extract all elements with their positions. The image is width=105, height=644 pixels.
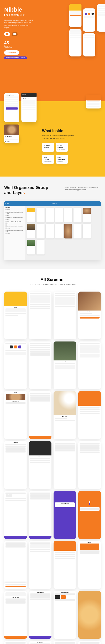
figma-icon bbox=[13, 33, 16, 36]
mockup-delivery: Delivery Address bbox=[4, 93, 19, 122]
layer-icon bbox=[5, 230, 7, 232]
layer-icon bbox=[5, 219, 7, 220]
canvas-artboard[interactable] bbox=[46, 224, 54, 238]
screen-preview[interactable] bbox=[78, 641, 101, 644]
screen-preview[interactable]: FeaturedWhole Pizza Pies bbox=[4, 391, 27, 439]
hero-mockups bbox=[69, 4, 105, 56]
window-dot-icon bbox=[5, 203, 6, 204]
canvas-artboard[interactable] bbox=[27, 208, 35, 222]
screen-preview[interactable] bbox=[4, 491, 27, 539]
layer-icon bbox=[5, 228, 7, 229]
screen-preview[interactable] bbox=[78, 441, 101, 489]
screen-preview[interactable] bbox=[78, 491, 101, 539]
layer-item[interactable]: time bbox=[5, 223, 24, 225]
canvas-artboard[interactable] bbox=[37, 240, 45, 254]
feature-card: 45 Mobile Screens bbox=[42, 143, 54, 152]
sketch-canvas[interactable] bbox=[25, 206, 101, 260]
canvas-artboard[interactable] bbox=[27, 224, 35, 238]
layer-item[interactable]: iPhone X/Home Bars/Dark Home B bbox=[5, 229, 24, 232]
figma-button[interactable] bbox=[12, 32, 18, 36]
screen-preview[interactable]: My Cards bbox=[78, 541, 101, 589]
screen-preview[interactable]: Extra Burger bbox=[78, 292, 101, 340]
organized-title: Well Organized Group and Layer. bbox=[4, 185, 50, 195]
layer-item[interactable]: Size bbox=[5, 219, 24, 221]
screen-preview[interactable] bbox=[78, 591, 101, 639]
screen-preview[interactable] bbox=[29, 292, 52, 340]
canvas-artboard[interactable] bbox=[55, 208, 63, 222]
screen-preview[interactable]: Featured bbox=[4, 292, 27, 340]
screen-preview[interactable]: Extra Burger bbox=[54, 391, 76, 439]
all-screens-description: Here is the full preview of screens incl… bbox=[4, 283, 101, 285]
layers-section-header: Screens bbox=[5, 207, 24, 208]
sketch-tab-title: Nibble Kit bbox=[52, 203, 57, 204]
what-inside-description: Hundreds of fully customizable component… bbox=[42, 134, 78, 140]
yellow-mockups: Delivery Address Upcoming Past Orders bbox=[4, 93, 37, 122]
canvas-artboard[interactable] bbox=[64, 224, 72, 238]
canvas-artboard[interactable] bbox=[46, 208, 54, 222]
what-inside-content: What Inside Hundreds of fully customizab… bbox=[42, 129, 101, 164]
layer-icon bbox=[5, 212, 7, 214]
screen-preview[interactable] bbox=[4, 342, 27, 389]
canvas-artboard[interactable] bbox=[37, 224, 45, 238]
all-screens-title: All Screens. bbox=[4, 277, 101, 282]
canvas-artboard[interactable] bbox=[55, 224, 63, 238]
feature-cards: 45 Mobile Screens SF Pro Display Free Fo… bbox=[42, 143, 101, 152]
screen-preview[interactable]: Checkout account bbox=[54, 591, 76, 639]
screen-preview[interactable] bbox=[4, 641, 27, 644]
sketch-button[interactable] bbox=[4, 32, 10, 36]
sketch-icon bbox=[6, 33, 8, 36]
canvas-artboard[interactable] bbox=[83, 224, 91, 238]
screen-preview[interactable] bbox=[54, 292, 76, 340]
new-badge: NEW 20 SCREENS ADDED bbox=[4, 56, 27, 59]
layer-item[interactable]: Time bbox=[5, 227, 24, 229]
layer-icon bbox=[5, 217, 7, 218]
canvas-artboard[interactable] bbox=[37, 208, 45, 222]
mockup-orders: Upcoming Past Orders bbox=[21, 93, 37, 122]
mockup-screen bbox=[83, 33, 95, 56]
organized-description: Neatly organized, consistent and incredi… bbox=[65, 186, 101, 191]
screen-preview[interactable]: 2 Cheese Pie bbox=[4, 441, 27, 489]
screen-preview[interactable] bbox=[54, 441, 76, 489]
mockup-screen bbox=[83, 8, 95, 32]
symbols-header: Symbols bbox=[5, 209, 24, 210]
screen-preview[interactable] bbox=[29, 342, 52, 389]
screen-preview[interactable] bbox=[78, 342, 101, 389]
pizza-mockup: 2 Cheese Pie ⊖①⊕ bbox=[4, 124, 19, 143]
canvas-artboard[interactable] bbox=[74, 208, 82, 222]
feature-card: Pixel Perfect Precisely crafted bbox=[42, 155, 54, 164]
cta-button[interactable]: Jump Now! bbox=[4, 50, 19, 55]
screen-preview[interactable] bbox=[29, 541, 52, 589]
screen-preview[interactable] bbox=[29, 391, 52, 439]
layer-item[interactable]: iPhone X/Status Bars/Dark Status bbox=[5, 216, 24, 219]
screens-grid: Featured Extra Burger Asian Food bbox=[4, 292, 101, 644]
mockup-screen bbox=[97, 4, 105, 32]
layer-item[interactable]: iPhone X/Home Bars/Dark Home Ba bbox=[5, 211, 24, 214]
feature-card: Well Organized Easy to use bbox=[56, 155, 68, 164]
screen-preview[interactable]: Asian Food bbox=[54, 342, 76, 389]
all-screens-section: All Screens. Here is the full preview of… bbox=[0, 269, 105, 644]
layer-icon bbox=[5, 223, 7, 224]
layer-item[interactable]: iPhone X/Status Bars/Dark Status bbox=[5, 221, 24, 223]
screen-preview[interactable]: Past Orders bbox=[29, 441, 52, 489]
sketch-toolbar: Nibble Kit bbox=[4, 202, 101, 206]
screen-preview[interactable]: Place your order bbox=[4, 591, 27, 639]
screen-preview[interactable]: Delivery Address bbox=[29, 591, 52, 639]
screen-preview[interactable] bbox=[29, 491, 52, 539]
canvas-artboard[interactable] bbox=[27, 240, 35, 254]
canvas-artboard[interactable] bbox=[64, 208, 72, 222]
canvas-artboard[interactable] bbox=[74, 224, 82, 238]
screen-preview[interactable] bbox=[78, 391, 101, 439]
screen-preview[interactable] bbox=[54, 541, 76, 589]
window-dot-icon bbox=[7, 203, 8, 204]
layer-item[interactable]: iPhone X/Status Bars/Dark Status bbox=[5, 225, 24, 227]
canvas-artboard[interactable] bbox=[83, 208, 91, 222]
screen-preview[interactable] bbox=[4, 541, 27, 589]
screen-preview[interactable] bbox=[54, 641, 76, 644]
screen-preview[interactable]: My Fave Store bbox=[29, 641, 52, 644]
what-inside-title: What Inside bbox=[42, 129, 101, 133]
layer-item[interactable]: Time bbox=[5, 232, 24, 235]
layer-item[interactable]: time bbox=[5, 214, 24, 216]
layer-icon bbox=[5, 221, 7, 222]
layer-icon bbox=[5, 233, 7, 234]
screen-preview[interactable]: Chocolate Fettucini bbox=[54, 491, 76, 539]
